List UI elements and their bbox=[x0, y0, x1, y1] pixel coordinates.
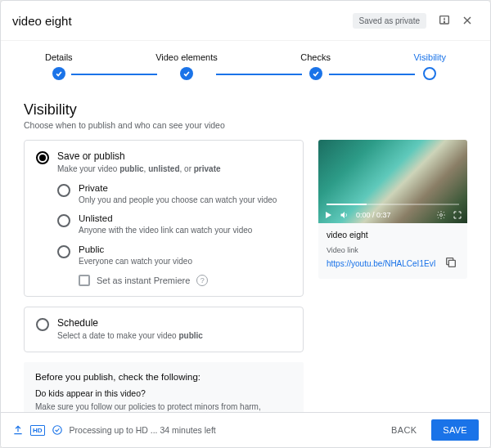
radio-unselected-icon bbox=[57, 184, 70, 197]
dialog-footer: HD Processing up to HD ... 34 minutes le… bbox=[1, 412, 490, 447]
svg-point-2 bbox=[444, 21, 444, 22]
radio-selected-icon bbox=[36, 151, 49, 164]
upload-dialog: video eight Saved as private Details Vid… bbox=[0, 0, 491, 448]
option-unlisted[interactable]: Unlisted Anyone with the video link can … bbox=[57, 213, 291, 236]
svg-marker-6 bbox=[341, 212, 345, 218]
svg-point-9 bbox=[52, 426, 61, 435]
copy-link-icon[interactable] bbox=[444, 256, 459, 271]
stepper: Details Video elements Checks Visibility bbox=[24, 41, 467, 98]
svg-rect-8 bbox=[448, 260, 455, 267]
check-icon bbox=[180, 67, 193, 80]
check-icon bbox=[52, 67, 65, 80]
saved-as-private-badge: Saved as private bbox=[353, 13, 427, 29]
help-icon[interactable]: ? bbox=[196, 275, 208, 286]
before-publish-notice: Before you publish, check the following:… bbox=[24, 362, 304, 413]
option-private[interactable]: Private Only you and people you choose c… bbox=[57, 183, 291, 206]
instant-premiere-checkbox[interactable]: Set as instant Premiere ? bbox=[79, 275, 291, 286]
option-save-or-publish[interactable]: Save or publish Make your video public, … bbox=[36, 150, 291, 175]
playback-time: 0:00 / 0:37 bbox=[356, 211, 391, 219]
step-checks[interactable]: Checks bbox=[300, 52, 331, 80]
save-button[interactable]: SAVE bbox=[431, 419, 479, 441]
video-link-label: Video link bbox=[327, 246, 459, 254]
progress-bar[interactable] bbox=[327, 204, 459, 205]
radio-unselected-icon bbox=[36, 318, 49, 331]
step-video-elements[interactable]: Video elements bbox=[155, 52, 218, 80]
step-details[interactable]: Details bbox=[45, 52, 73, 80]
upload-icon bbox=[12, 424, 24, 436]
back-button[interactable]: BACK bbox=[383, 420, 425, 440]
checkbox-unchecked-icon bbox=[79, 275, 90, 286]
close-icon[interactable] bbox=[456, 9, 479, 32]
current-step-icon bbox=[423, 67, 436, 80]
visibility-heading: Visibility bbox=[24, 101, 467, 119]
svg-point-7 bbox=[440, 214, 443, 217]
check-circle-icon bbox=[52, 424, 63, 436]
video-url-link[interactable]: https://youtu.be/NHALCeI1EvI bbox=[327, 259, 439, 268]
video-title: video eight bbox=[12, 14, 72, 28]
option-schedule[interactable]: Schedule Select a date to make your vide… bbox=[36, 317, 291, 342]
hd-badge: HD bbox=[30, 425, 45, 436]
step-visibility[interactable]: Visibility bbox=[413, 52, 446, 80]
svg-marker-5 bbox=[326, 212, 331, 218]
feedback-icon[interactable] bbox=[433, 9, 456, 32]
processing-status: Processing up to HD ... 34 minutes left bbox=[70, 425, 216, 435]
schedule-card: Schedule Select a date to make your vide… bbox=[24, 307, 304, 352]
radio-unselected-icon bbox=[57, 214, 70, 227]
video-thumbnail[interactable]: 0:00 / 0:37 bbox=[318, 140, 467, 223]
dialog-header: video eight Saved as private bbox=[1, 1, 490, 41]
video-preview: 0:00 / 0:37 video eight Video link https… bbox=[318, 140, 467, 279]
volume-icon[interactable] bbox=[340, 210, 349, 220]
radio-unselected-icon bbox=[57, 245, 70, 258]
play-icon[interactable] bbox=[323, 210, 333, 220]
visibility-subheading: Choose when to publish and who can see y… bbox=[24, 120, 467, 130]
option-public[interactable]: Public Everyone can watch your video bbox=[57, 244, 291, 267]
check-icon bbox=[309, 67, 322, 80]
save-or-publish-card: Save or publish Make your video public, … bbox=[24, 140, 304, 297]
dialog-body-scroll[interactable]: Details Video elements Checks Visibility… bbox=[1, 41, 490, 412]
save-or-publish-desc: Make your video public, unlisted, or pri… bbox=[57, 164, 291, 175]
settings-icon[interactable] bbox=[436, 210, 446, 220]
preview-title: video eight bbox=[327, 230, 459, 240]
fullscreen-icon[interactable] bbox=[453, 210, 462, 220]
